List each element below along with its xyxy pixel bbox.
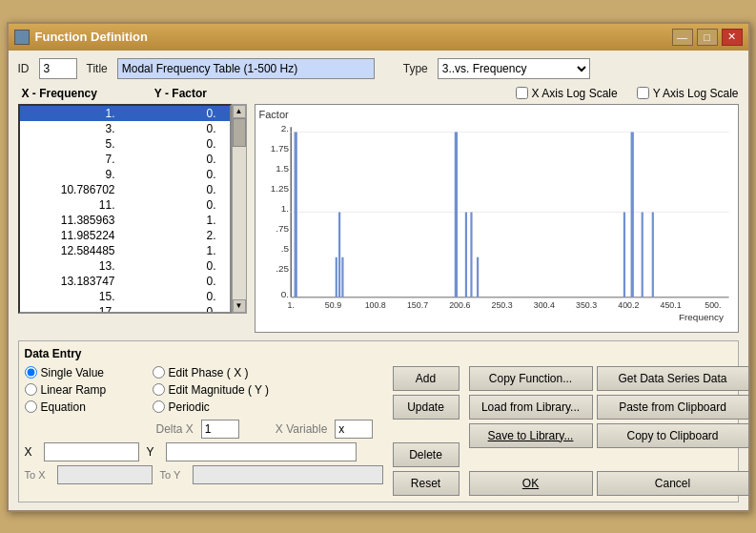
left-controls: Single Value Edit Phase ( X ) Linear Ram… bbox=[25, 366, 383, 496]
table-row[interactable]: 13.0. bbox=[20, 258, 230, 274]
content-area: ID Title Type 3..vs. Frequency vs. Time … bbox=[9, 51, 748, 510]
svg-text:1.75: 1.75 bbox=[270, 143, 288, 154]
load-library-button[interactable]: Load from Library... bbox=[469, 395, 593, 420]
right-col-1: Copy Function... Load from Library... Sa… bbox=[469, 366, 593, 496]
titlebar-controls: — □ ✕ bbox=[672, 29, 743, 46]
update-button[interactable]: Update bbox=[393, 395, 460, 420]
title-input[interactable] bbox=[117, 58, 375, 79]
periodic-radio-label[interactable]: Periodic bbox=[153, 400, 324, 414]
table-row[interactable]: 1.0. bbox=[20, 106, 230, 121]
svg-text:100.8: 100.8 bbox=[364, 300, 385, 310]
svg-text:150.7: 150.7 bbox=[406, 300, 427, 310]
edit-phase-radio-label[interactable]: Edit Phase ( X ) bbox=[153, 366, 324, 379]
row-y-cell: 0. bbox=[125, 305, 226, 314]
table-row[interactable]: 11.3859631. bbox=[20, 213, 230, 228]
id-label: ID bbox=[18, 62, 30, 75]
row-x-cell: 13. bbox=[24, 259, 125, 273]
table-row[interactable]: 11.0. bbox=[20, 197, 230, 213]
ok-button[interactable]: OK bbox=[469, 471, 593, 496]
table-row[interactable]: 17.0. bbox=[20, 304, 230, 314]
to-y-input bbox=[193, 465, 383, 484]
table-header: X - Frequency Y - Factor bbox=[18, 87, 247, 100]
row-y-cell: 0. bbox=[125, 107, 226, 120]
linear-ramp-radio[interactable] bbox=[25, 383, 37, 396]
svg-text:1.5: 1.5 bbox=[276, 163, 289, 174]
table-row[interactable]: 11.9852242. bbox=[20, 228, 230, 243]
table-row[interactable]: 9.0. bbox=[20, 167, 230, 182]
col-y-header: Y - Factor bbox=[154, 87, 207, 100]
y-axis-log-label[interactable]: Y Axis Log Scale bbox=[637, 87, 739, 100]
x-variable-input[interactable] bbox=[335, 420, 373, 439]
add-button[interactable]: Add bbox=[393, 366, 460, 391]
y-axis-log-checkbox[interactable] bbox=[637, 87, 649, 99]
main-area: 1.0.3.0.5.0.7.0.9.0.10.7867020.11.0.11.3… bbox=[18, 104, 739, 333]
maximize-button[interactable]: □ bbox=[697, 29, 718, 46]
svg-rect-29 bbox=[341, 256, 343, 297]
row-x-cell: 11.985224 bbox=[24, 229, 125, 242]
main-window: Function Definition — □ ✕ ID Title Type … bbox=[7, 22, 750, 512]
delta-x-label: Delta X bbox=[156, 422, 194, 436]
single-value-radio[interactable] bbox=[25, 366, 37, 379]
x-variable-label: X Variable bbox=[276, 422, 327, 436]
linear-ramp-radio-label[interactable]: Linear Ramp bbox=[25, 383, 149, 397]
data-table[interactable]: 1.0.3.0.5.0.7.0.9.0.10.7867020.11.0.11.3… bbox=[18, 104, 232, 314]
list-scrollbar[interactable]: ▲ ▼ bbox=[232, 104, 247, 314]
svg-rect-33 bbox=[476, 256, 478, 297]
equation-label: Equation bbox=[41, 400, 86, 414]
type-select[interactable]: 3..vs. Frequency vs. Time vs. RPM bbox=[438, 58, 590, 79]
x-axis-log-checkbox[interactable] bbox=[516, 87, 528, 99]
edit-mag-radio[interactable] bbox=[153, 383, 165, 396]
save-library-button[interactable]: Save to Library... bbox=[469, 423, 593, 448]
paste-clipboard-button[interactable]: Paste from Clipboard bbox=[597, 395, 749, 420]
row-x-cell: 11.385963 bbox=[24, 214, 125, 227]
scroll-thumb[interactable] bbox=[233, 118, 246, 147]
row-y-cell: 0. bbox=[125, 198, 226, 212]
scroll-down-arrow[interactable]: ▼ bbox=[233, 299, 246, 313]
x-input[interactable] bbox=[44, 442, 139, 461]
y-input[interactable] bbox=[166, 442, 357, 461]
cancel-button[interactable]: Cancel bbox=[597, 471, 749, 496]
header-row: ID Title Type 3..vs. Frequency vs. Time … bbox=[18, 58, 739, 79]
reset-button[interactable]: Reset bbox=[393, 471, 460, 496]
id-input[interactable] bbox=[39, 58, 77, 79]
right-col-2: Get Data Series Data Paste from Clipboar… bbox=[597, 366, 749, 496]
single-value-label: Single Value bbox=[41, 366, 105, 379]
edit-mag-radio-label[interactable]: Edit Magnitude ( Y ) bbox=[153, 383, 324, 397]
close-button[interactable]: ✕ bbox=[722, 29, 743, 46]
minimize-button[interactable]: — bbox=[672, 29, 693, 46]
window-title: Function Definition bbox=[35, 30, 148, 44]
get-data-series-button[interactable]: Get Data Series Data bbox=[597, 366, 749, 391]
table-row[interactable]: 10.7867020. bbox=[20, 182, 230, 197]
delete-button[interactable]: Delete bbox=[393, 442, 460, 467]
x-axis-log-label[interactable]: X Axis Log Scale bbox=[516, 87, 618, 100]
table-row[interactable]: 5.0. bbox=[20, 136, 230, 152]
row-x-cell: 10.786702 bbox=[24, 183, 125, 196]
delta-x-input[interactable] bbox=[201, 420, 239, 439]
periodic-radio[interactable] bbox=[153, 400, 165, 413]
row-y-cell: 0. bbox=[125, 153, 226, 166]
table-row[interactable]: 3.0. bbox=[20, 121, 230, 136]
title-label: Title bbox=[87, 62, 108, 75]
table-row[interactable]: 13.1837470. bbox=[20, 274, 230, 289]
table-row[interactable]: 12.5844851. bbox=[20, 243, 230, 258]
table-row[interactable]: 15.0. bbox=[20, 289, 230, 304]
equation-radio-label[interactable]: Equation bbox=[25, 400, 149, 414]
svg-text:1.: 1. bbox=[280, 203, 288, 214]
row-x-cell: 13.183747 bbox=[24, 275, 125, 288]
scroll-up-arrow[interactable]: ▲ bbox=[233, 105, 246, 118]
edit-phase-radio[interactable] bbox=[153, 366, 165, 379]
radio-grid: Single Value Edit Phase ( X ) Linear Ram… bbox=[25, 366, 383, 414]
row-x-cell: 12.584485 bbox=[24, 244, 125, 257]
list-container: 1.0.3.0.5.0.7.0.9.0.10.7867020.11.0.11.3… bbox=[18, 104, 247, 333]
svg-rect-32 bbox=[470, 212, 472, 297]
equation-radio[interactable] bbox=[25, 400, 37, 413]
right-buttons-area: Copy Function... Load from Library... Sa… bbox=[469, 366, 749, 496]
svg-rect-26 bbox=[294, 132, 296, 297]
copy-clipboard-button[interactable]: Copy to Clipboard bbox=[597, 423, 749, 448]
copy-function-button[interactable]: Copy Function... bbox=[469, 366, 593, 391]
y-input-label: Y bbox=[147, 445, 158, 459]
svg-rect-34 bbox=[623, 212, 624, 297]
single-value-radio-label[interactable]: Single Value bbox=[25, 366, 149, 379]
table-row[interactable]: 7.0. bbox=[20, 152, 230, 167]
to-x-label: To X bbox=[25, 469, 50, 481]
